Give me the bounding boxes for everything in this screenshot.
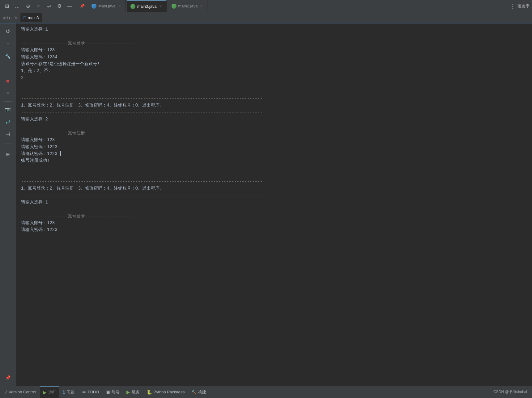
console-line	[21, 206, 527, 212]
separator-2	[4, 144, 12, 144]
python-packages-tab[interactable]: 🐍 Python Packages	[143, 386, 188, 398]
console-line: 请输入密码：1234	[21, 54, 527, 61]
console-line: 请输入账号：123	[21, 220, 527, 226]
console-line: 1、是；2、否.	[21, 67, 527, 74]
ellipsis-icon[interactable]: …	[13, 2, 22, 10]
version-control-icon: ⑂	[4, 389, 7, 395]
services-tab[interactable]: ▶ 服务	[123, 386, 143, 398]
build-label: 构建	[198, 389, 206, 395]
console-line	[21, 164, 527, 171]
console-line	[21, 88, 527, 95]
console-line	[21, 123, 527, 129]
wrench-icon[interactable]: 🔧	[2, 51, 14, 62]
console-line	[21, 33, 527, 40]
run-title-icon: □	[23, 15, 26, 20]
split-icon[interactable]: ⇌	[45, 2, 53, 10]
csdn-user-label: CSDN @书海shuhai	[493, 390, 527, 394]
run-tab[interactable]: ▶ 运行	[40, 386, 59, 398]
run-label: 运行:	[2, 15, 12, 20]
terminal-tab[interactable]: ▣ 终端	[103, 386, 123, 398]
console-line: 该账号不存在!是否选择注册一个新账号!	[21, 61, 527, 67]
add-tab-icon[interactable]: ⊕	[23, 2, 32, 10]
console-line: 1、账号登录；2、账号注册；3、修改密码；4、注销账号；0、退出程序.	[21, 102, 527, 109]
console-line: ------------------账号注册------------------…	[21, 130, 527, 136]
tab-dot-main3-java	[130, 4, 135, 9]
todo-icon: ≔	[81, 389, 86, 395]
services-icon: ▶	[126, 389, 130, 395]
left-toolbar: ↺ ↑ 🔧 ↓ ■ ≡ 📷 ⇄ ⊣ ⊞ 📌	[0, 23, 16, 386]
run-title-box: □ main3	[20, 13, 42, 22]
transfer-icon[interactable]: ⇄	[2, 116, 14, 128]
problems-label: 问题	[66, 389, 74, 395]
run-icon: ▶	[43, 390, 47, 395]
terminal-label: 终端	[112, 389, 120, 395]
refresh-icon[interactable]: ↺	[2, 26, 14, 37]
console-line: 2	[21, 74, 527, 81]
stop-icon[interactable]: ■	[2, 75, 14, 86]
run-close-button[interactable]: ✕	[14, 15, 18, 20]
problems-icon: ℹ	[63, 389, 65, 395]
console-line	[21, 171, 527, 178]
tab-close-main2-java[interactable]: ✕	[199, 3, 203, 9]
services-label: 服务	[132, 389, 140, 395]
version-control-tab[interactable]: ⑂ Version Control	[1, 386, 39, 398]
todo-label: TODO	[87, 390, 99, 394]
run-tab-label: 运行	[48, 390, 56, 395]
coverage-label: 覆盖率	[517, 3, 530, 9]
todo-tab[interactable]: ≔ TODO	[78, 386, 102, 398]
console-area[interactable]: 请输入选择:1 ------------------账号登录----------…	[16, 23, 532, 386]
run-title-label: main3	[28, 15, 39, 20]
console-line: 请输入选择:2	[21, 116, 527, 123]
scroll-down-icon[interactable]: ↓	[2, 63, 14, 74]
console-line: 账号注册成功!	[21, 157, 527, 164]
soft-wrap-icon[interactable]: ≡	[2, 88, 14, 99]
console-line: 请输入账号：123	[21, 47, 527, 53]
build-tab[interactable]: 🔨 构建	[188, 386, 209, 398]
tab-main3-java[interactable]: main3.java ✕	[127, 0, 167, 12]
console-line: ----------------------------------------…	[21, 109, 527, 116]
console-line: ------------------账号登录------------------…	[21, 213, 527, 220]
scroll-up-icon[interactable]: ↑	[2, 38, 14, 49]
run-bar: 运行: ✕ □ main3	[0, 12, 532, 23]
version-control-label: Version Control	[9, 390, 36, 394]
bottom-bar: ⑂ Version Control ▶ 运行 ℹ 问题 ≔ TODO ▣ 终端 …	[0, 386, 532, 398]
tab-bar-left: ⊞ … ⊕ ≡ ⇌ ⚙ —	[2, 2, 74, 10]
login-icon[interactable]: ⊣	[2, 129, 14, 140]
tab-dot-main-java	[92, 4, 96, 9]
status-right: CSDN @书海shuhai	[493, 389, 531, 395]
console-line: ----------------------------------------…	[21, 192, 527, 199]
tab-bar-right: ⋮ 覆盖率	[509, 3, 530, 10]
gear-icon[interactable]: ⚙	[55, 2, 64, 10]
minus-icon[interactable]: —	[66, 2, 74, 10]
pin-toolbar-icon[interactable]: 📌	[2, 372, 14, 383]
tab-main2-java[interactable]: main2.java ✕	[168, 0, 208, 12]
console-line: ------------------账号登录------------------…	[21, 40, 527, 47]
main-layout: ↺ ↑ 🔧 ↓ ■ ≡ 📷 ⇄ ⊣ ⊞ 📌 请输入选择:1 ----------…	[0, 23, 532, 386]
build-icon: 🔨	[191, 390, 197, 395]
separator-1	[4, 101, 12, 102]
tab-label-main3-java: main3.java	[137, 4, 157, 9]
tab-close-main-java[interactable]: ✕	[117, 3, 121, 9]
problems-tab[interactable]: ℹ 问题	[60, 386, 78, 398]
console-line: 请输入密码：1223	[21, 226, 527, 233]
console-line: 1、账号登录；2、账号注册；3、修改密码；4、注销账号；0、退出程序.	[21, 185, 527, 192]
console-line: 请输入选择:1	[21, 26, 527, 33]
tab-label-main-java: Main.java	[98, 4, 116, 8]
console-line	[21, 81, 527, 88]
tab-bar: ⊞ … ⊕ ≡ ⇌ ⚙ — 📌 Main.java ✕ main3.java ✕…	[0, 0, 532, 12]
window-icon[interactable]: ⊞	[2, 2, 11, 10]
console-line: 请输入选择:1	[21, 199, 527, 206]
python-packages-label: Python Packages	[153, 390, 185, 394]
more-options-icon[interactable]: ⋮	[509, 3, 515, 10]
console-line: 请输入账号：123	[21, 136, 527, 143]
console-line: 请确认密码：1223	[21, 150, 527, 157]
list-tabs-icon[interactable]: ≡	[34, 2, 43, 10]
pin-icon[interactable]: 📌	[78, 2, 87, 10]
terminal-icon: ▣	[106, 389, 110, 395]
layout-icon[interactable]: ⊞	[2, 149, 14, 160]
tab-dot-main2-java	[172, 4, 177, 9]
tab-main-java[interactable]: Main.java ✕	[88, 0, 126, 12]
tab-close-main3-java[interactable]: ✕	[159, 4, 163, 9]
camera-icon[interactable]: 📷	[2, 104, 14, 115]
console-line: ----------------------------------------…	[21, 95, 527, 102]
